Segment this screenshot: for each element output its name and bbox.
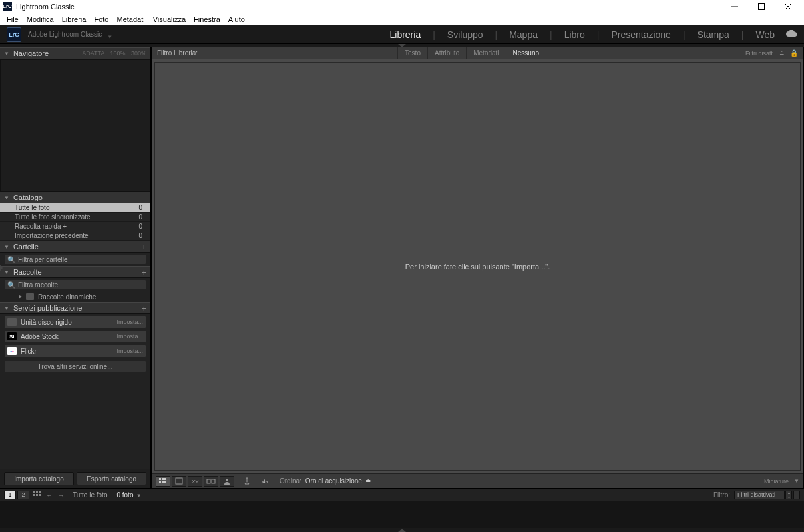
collections-add-icon[interactable]: +: [141, 267, 146, 277]
svg-rect-20: [33, 494, 35, 496]
monitor-2-button[interactable]: 2: [17, 491, 29, 499]
maximize-button[interactable]: [748, 0, 775, 13]
grid-icon[interactable]: [33, 491, 41, 499]
filter-off-dropdown[interactable]: Filtri disatt... ≑: [745, 50, 787, 57]
left-panel-grip[interactable]: [0, 264, 3, 272]
bottom-panel-grip[interactable]: [0, 528, 804, 532]
publish-setup-link[interactable]: Imposta...: [116, 333, 143, 340]
filter-tab-metadata[interactable]: Metadati: [466, 47, 505, 59]
filter-tab-attribute[interactable]: Attributo: [427, 47, 466, 59]
image-viewport[interactable]: Per iniziare fate clic sul pulsante "Imp…: [154, 62, 801, 471]
triangle-down-icon: ▼: [4, 244, 9, 250]
navigator-zoom-options[interactable]: ADATTA 100% 300%: [78, 50, 146, 57]
publish-header[interactable]: ▼ Servizi pubblicazione +: [0, 302, 150, 314]
module-presentazione[interactable]: Presentazione: [610, 29, 672, 40]
window-title: Lightroom Classic: [16, 3, 74, 11]
folders-filter-input[interactable]: 🔍Filtra per cartelle: [4, 254, 146, 265]
thumbnail-size-label: Miniature: [764, 478, 789, 485]
window-titlebar: LrC Lightroom Classic: [0, 0, 804, 13]
module-web[interactable]: Web: [754, 29, 776, 40]
collections-header[interactable]: ▼ Raccolte +: [0, 266, 150, 278]
toolbar-expand-icon[interactable]: ▼: [794, 478, 799, 484]
menu-metadata[interactable]: Metadati: [112, 15, 148, 23]
catalog-item-all[interactable]: Tutte le foto0: [0, 203, 150, 213]
view-people-button[interactable]: [220, 476, 234, 487]
nav-back-icon[interactable]: ←: [46, 491, 53, 499]
view-survey-button[interactable]: [204, 476, 218, 487]
app-badge-icon: LrC: [3, 2, 12, 11]
catalog-item-quick[interactable]: Raccolta rapida +0: [0, 222, 150, 231]
catalog-item-prev-import[interactable]: Importazione precedente0: [0, 231, 150, 241]
app-name-label: Adobe Lightroom Classic: [28, 31, 102, 38]
catalog-item-synced[interactable]: Tutte le foto sincronizzate0: [0, 213, 150, 222]
collections-filter-input[interactable]: 🔍Filtra raccolte: [4, 279, 146, 290]
svg-rect-1: [759, 3, 765, 9]
nav-forward-icon[interactable]: →: [58, 491, 65, 499]
left-panel: ▼ Navigatore ADATTA 100% 300% ▼ Catalogo…: [0, 47, 151, 488]
minimize-button[interactable]: [721, 0, 748, 13]
module-stampa[interactable]: Stampa: [696, 29, 731, 40]
triangle-down-icon: ▼: [4, 51, 9, 57]
folders-header[interactable]: ▼ Cartelle +: [0, 241, 150, 253]
identity-caret-icon[interactable]: ▼: [107, 34, 112, 40]
view-grid-button[interactable]: [156, 476, 170, 487]
import-button[interactable]: Importa catalogo: [4, 472, 74, 485]
view-loupe-button[interactable]: [172, 476, 186, 487]
svg-rect-22: [39, 494, 41, 496]
menu-view[interactable]: Visualizza: [149, 15, 190, 23]
svg-rect-19: [39, 491, 41, 493]
filmstrip-count[interactable]: 0 foto ▼: [116, 491, 141, 499]
sort-value-dropdown[interactable]: Ora di acquisizione ≑: [305, 477, 371, 485]
folders-add-icon[interactable]: +: [141, 242, 146, 252]
painter-tool-button[interactable]: [241, 476, 253, 487]
svg-rect-18: [36, 491, 38, 493]
module-mappa[interactable]: Mappa: [508, 29, 539, 40]
publish-flickr-row[interactable]: ••FlickrImposta...: [4, 344, 146, 358]
filmstrip-filter-dropdown[interactable]: Filtri disattivati: [734, 491, 785, 499]
svg-text:a: a: [262, 479, 264, 483]
svg-point-14: [226, 479, 228, 481]
filter-tab-none[interactable]: Nessuno: [506, 47, 546, 59]
menu-window[interactable]: Finestra: [190, 15, 224, 23]
smart-collections-row[interactable]: ▶Raccolte dinamiche: [0, 291, 150, 302]
filter-tab-text[interactable]: Testo: [397, 47, 427, 59]
publish-harddrive-row[interactable]: Unità disco rigidoImposta...: [4, 315, 146, 329]
cloud-sync-icon[interactable]: [785, 30, 797, 39]
menu-help[interactable]: Aiuto: [224, 15, 249, 23]
filter-switch[interactable]: [793, 491, 800, 499]
publish-setup-link[interactable]: Imposta...: [116, 319, 143, 325]
sort-direction-button[interactable]: az: [260, 476, 273, 487]
menu-edit[interactable]: Modifica: [23, 15, 58, 23]
menu-library[interactable]: Libreria: [58, 15, 91, 23]
publish-add-icon[interactable]: +: [141, 303, 146, 313]
lrc-logo-icon: LrC: [7, 27, 21, 42]
lock-icon[interactable]: 🔒: [790, 49, 798, 57]
find-services-button[interactable]: Trova altri servizi online...: [4, 360, 146, 372]
module-sviluppo[interactable]: Sviluppo: [446, 29, 485, 40]
publish-setup-link[interactable]: Imposta...: [116, 348, 143, 354]
identity-plate-row: LrC Adobe Lightroom Classic ▼ Libreria| …: [0, 25, 804, 44]
svg-rect-7: [159, 481, 161, 483]
monitor-1-button[interactable]: 1: [4, 491, 16, 499]
empty-placeholder: Per iniziare fate clic sul pulsante "Imp…: [405, 263, 550, 271]
navigator-header[interactable]: ▼ Navigatore ADATTA 100% 300%: [0, 47, 150, 59]
svg-text:XY: XY: [192, 479, 199, 485]
close-button[interactable]: [775, 0, 801, 13]
center-panel: Filtro Libreria: Testo Attributo Metadat…: [151, 47, 804, 488]
navigator-title: Navigatore: [13, 49, 78, 57]
module-libro[interactable]: Libro: [563, 29, 586, 40]
filter-stepper[interactable]: ▴▾: [785, 491, 792, 499]
view-compare-button[interactable]: XY: [188, 476, 202, 487]
menu-photo[interactable]: Foto: [90, 15, 112, 23]
svg-rect-10: [176, 478, 182, 484]
filmstrip-source-label[interactable]: Tutte le foto: [73, 491, 107, 499]
filmstrip-thumbnails[interactable]: [0, 501, 804, 528]
catalog-header[interactable]: ▼ Catalogo: [0, 192, 150, 203]
menu-file[interactable]: File: [3, 15, 23, 23]
navigator-preview[interactable]: [0, 59, 150, 192]
module-libreria[interactable]: Libreria: [388, 29, 422, 40]
collections-title: Raccolte: [13, 268, 141, 276]
publish-stock-row[interactable]: StAdobe StockImposta...: [4, 330, 146, 343]
export-button[interactable]: Esporta catalogo: [77, 472, 146, 485]
svg-text:z: z: [266, 479, 268, 483]
